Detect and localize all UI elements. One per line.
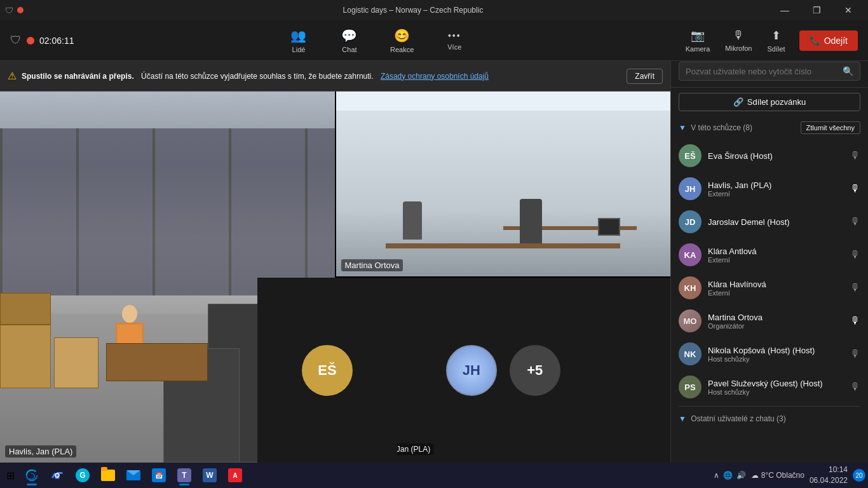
weather-text: 8°C Oblačno: [761, 471, 804, 480]
window-title: Logistic days – Norway – Czech Republic: [343, 6, 484, 15]
participant-info: Pavel Služevský (Guest) (Host) Host schů…: [708, 379, 844, 396]
taskbar-acrobat[interactable]: A: [223, 464, 247, 487]
search-icon: 🔍: [843, 66, 853, 76]
participant-row[interactable]: PS Pavel Služevský (Guest) (Host) Host s…: [671, 370, 868, 403]
participant-role: Externí: [708, 289, 844, 297]
taskbar-edge[interactable]: [20, 464, 44, 487]
chat-label: Chat: [342, 46, 356, 53]
participant-row[interactable]: NK Nikola Kopšová (Host) (Host) Host sch…: [671, 337, 868, 370]
reactions-icon: 😊: [394, 28, 410, 43]
mute-all-button[interactable]: Ztlumit všechny: [801, 121, 860, 134]
participant-avatar: KH: [679, 276, 702, 299]
title-bar-controls[interactable]: — ❐ ✕: [770, 0, 863, 20]
leave-button[interactable]: 📞 Odejít: [799, 30, 858, 51]
taskbar-files[interactable]: [96, 464, 120, 487]
microphone-button[interactable]: 🎙 Mikrofon: [719, 26, 758, 55]
maximize-button[interactable]: ❐: [802, 0, 831, 20]
camera-button[interactable]: 📷 Kamera: [679, 26, 717, 55]
participant-info: Martina Ortova Organizátor: [708, 313, 844, 330]
top-right-label: Martina Ortova: [341, 259, 403, 271]
section-in-meeting-label: ▼ V této schůzce (8): [679, 123, 752, 132]
people-icon: 👥: [290, 28, 306, 43]
participant-row[interactable]: KA Klára Antlová Externí 🎙: [671, 238, 868, 271]
participant-row[interactable]: MO Martina Ortova Organizátor 🎙: [671, 304, 868, 337]
microphone-icon: 🎙: [733, 29, 744, 42]
call-timer: 02:06:11: [39, 36, 74, 46]
section-other-label: ▼ Ostatní uživatelé z chatu (3): [679, 414, 786, 423]
reactions-button[interactable]: 😊 Reakce: [385, 25, 419, 56]
participant-avatar: KA: [679, 243, 702, 266]
start-button[interactable]: ⊞: [3, 464, 18, 487]
chevron-icon[interactable]: ∧: [714, 471, 719, 480]
taskbar-mail[interactable]: [121, 464, 146, 487]
section-in-meeting-header: ▼ V této schůzce (8) Ztlumit všechny: [671, 116, 868, 139]
plus-count-label: +5: [527, 362, 543, 379]
taskbar: ⊞ G 📅 T: [0, 463, 868, 488]
more-label: Více: [447, 43, 461, 51]
taskbar-teams[interactable]: T: [172, 464, 196, 487]
mic-icon: 🎙: [850, 249, 860, 261]
banner-close-button[interactable]: Zavřít: [627, 69, 663, 84]
participant-row[interactable]: EŠ Eva Širová (Host) 🎙: [671, 139, 868, 172]
participant-row[interactable]: JD Jaroslav Demel (Host) 🎙: [671, 205, 868, 238]
chat-icon: 💬: [341, 28, 357, 43]
shield-icon: 🛡: [10, 34, 22, 47]
toolbar-right: 📷 Kamera 🎙 Mikrofon ⬆ Sdílet 📞 Odejít: [679, 26, 858, 55]
minimize-button[interactable]: —: [770, 0, 799, 20]
taskbar-right: ∧ 🌐 🔊 ☁ 8°C Oblačno 10:14 06.04.2022 20: [714, 464, 865, 486]
more-button[interactable]: ••• Více: [439, 28, 470, 53]
participant-role: Organizátor: [708, 322, 844, 330]
participant-name: Klára Havlínová: [708, 280, 844, 289]
participant-avatar: JD: [679, 210, 702, 233]
participant-name: Nikola Kopšová (Host) (Host): [708, 346, 844, 355]
avatar-es: EŠ: [302, 345, 353, 396]
search-input-wrapper: 🔍: [679, 62, 860, 81]
mic-icon: 🎙: [850, 183, 860, 194]
participant-info: Klára Havlínová Externí: [708, 280, 844, 297]
participant-name: Eva Širová (Host): [708, 151, 844, 161]
weather-info: ☁ 8°C Oblačno: [751, 471, 804, 480]
mic-icon: 🎙: [850, 348, 860, 360]
notification-count[interactable]: 20: [853, 469, 865, 482]
participants-button[interactable]: 👥 Lidé: [283, 25, 314, 56]
participant-name: Pavel Služevský (Guest) (Host): [708, 379, 844, 388]
chat-button[interactable]: 💬 Chat: [334, 25, 365, 56]
close-button[interactable]: ✕: [834, 0, 863, 20]
camera-icon: 📷: [691, 29, 705, 43]
reactions-label: Reakce: [390, 46, 414, 53]
svg-point-2: [56, 474, 59, 477]
mic-icon: 🎙: [850, 150, 860, 161]
participant-role: Externí: [708, 256, 844, 264]
title-bar: 🛡 Logistic days – Norway – Czech Republi…: [0, 0, 868, 20]
participants-panel: Účastníci ✕ 🔍 🔗 Sdílet pozvánku ▼ V této…: [670, 20, 868, 488]
microphone-label: Mikrofon: [725, 44, 752, 52]
participant-row[interactable]: KH Klára Havlínová Externí 🎙: [671, 271, 868, 304]
banner-bold: Spustilo se nahrávání a přepis.: [22, 72, 136, 81]
leave-label: Odejít: [824, 36, 848, 46]
taskbar-chrome[interactable]: [45, 464, 69, 487]
share-icon: ⬆: [771, 29, 781, 43]
share-label: Sdílet: [767, 45, 785, 53]
participant-name: Havlis, Jan (PLA): [708, 180, 844, 190]
section-divider: [679, 406, 860, 407]
toolbar: 🛡 02:06:11 👥 Lidé 💬 Chat 😊 Reakce ••• Ví…: [0, 20, 868, 61]
participant-info: Nikola Kopšová (Host) (Host) Host schůzk…: [708, 346, 844, 363]
banner-link[interactable]: Zásady ochrany osobních údajů: [381, 72, 489, 81]
time-display[interactable]: 10:14 06.04.2022: [810, 464, 848, 486]
taskbar-app3[interactable]: G: [71, 464, 95, 487]
participant-avatar: MO: [679, 309, 702, 332]
warning-icon: ⚠: [8, 70, 17, 82]
participant-avatar: PS: [679, 376, 702, 398]
share-invite-button[interactable]: 🔗 Sdílet pozvánku: [679, 93, 860, 111]
participant-info: Eva Širová (Host): [708, 151, 844, 161]
plus-count: +5: [510, 345, 560, 396]
avatar-jh-initials: JH: [463, 362, 480, 379]
share-button[interactable]: ⬆ Sdílet: [761, 26, 791, 55]
taskbar-word[interactable]: W: [198, 464, 222, 487]
participant-row[interactable]: JH Havlis, Jan (PLA) Externí 🎙: [671, 172, 868, 205]
taskbar-calendar[interactable]: 📅: [147, 464, 171, 487]
search-input[interactable]: [686, 67, 839, 76]
mic-icon: 🎙: [850, 381, 860, 393]
participant-info: Jaroslav Demel (Host): [708, 217, 844, 227]
mic-icon: 🎙: [850, 282, 860, 294]
